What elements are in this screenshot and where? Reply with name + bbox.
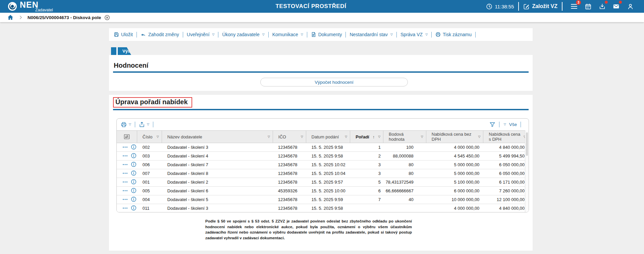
row-menu-button[interactable]: [122, 145, 128, 150]
filter-caret-icon[interactable]: ▽: [268, 135, 270, 138]
row-menu-button[interactable]: [122, 197, 128, 202]
cell-cena_s: 5 499 994,50: [483, 152, 529, 160]
filter-all-dropdown[interactable]: ▽ Vše: [503, 122, 517, 127]
row-menu-button[interactable]: [122, 153, 128, 158]
cell-ico: 12345678: [273, 178, 306, 186]
cell-poradi: [350, 204, 383, 212]
table-row: 005Dodavatel - školení 64535932615. 5. 2…: [117, 187, 529, 195]
filter-button[interactable]: [489, 122, 495, 128]
filter-caret-icon[interactable]: ▽: [478, 135, 480, 138]
column-header-select[interactable]: [117, 131, 137, 143]
create-vz-button[interactable]: Založit VZ: [523, 3, 557, 10]
toolbar-ulozit[interactable]: Uložit: [114, 32, 133, 37]
home-button[interactable]: [7, 14, 13, 20]
alert-dot: [605, 1, 608, 4]
column-header-cena_s[interactable]: Nabídková cena s DPH▽: [483, 131, 529, 143]
compute-evaluation-button[interactable]: Výpočet hodnocení: [260, 78, 408, 86]
toolbar-sprava-vz[interactable]: Správa VZ▽: [400, 32, 428, 37]
column-header-bodova[interactable]: Bodová hodnota▽: [383, 131, 426, 143]
toolbar-tisk-zaznamu[interactable]: Tisk záznamu: [435, 32, 472, 37]
row-menu-button[interactable]: [122, 180, 128, 185]
row-info-button[interactable]: [131, 196, 137, 203]
toolbar-separator: [431, 32, 432, 38]
sort-asc-icon: ↑: [373, 134, 375, 139]
cell-poradi: 3: [350, 169, 383, 178]
edit-icon: [523, 3, 530, 10]
filter-caret-icon[interactable]: ▽: [421, 135, 423, 138]
cell-ico: 45359326: [273, 187, 306, 195]
toolbar-separator: [307, 32, 307, 38]
cell-datum: 15. 5. 2025 10:04: [306, 169, 351, 178]
chevron-down-icon: ▽: [301, 33, 303, 36]
cell-datum: 15. 5. 2025 9:59: [306, 195, 351, 204]
cell-nazev: Dodavatel - školení 2: [162, 178, 273, 186]
row-menu-button[interactable]: [122, 206, 128, 211]
row-info-button[interactable]: [131, 162, 137, 168]
header-separator: [518, 2, 519, 11]
column-header-datum[interactable]: Datum podání▽: [306, 131, 351, 143]
calendar-button[interactable]: [584, 1, 592, 11]
ellipsis-icon: [122, 145, 128, 149]
row-info-button[interactable]: [131, 205, 137, 212]
cell-nazev: Dodavatel - školení 3: [162, 143, 273, 151]
column-header-cena_bez[interactable]: Nabídková cena bez DPH▽: [426, 131, 484, 143]
toolbar-komunikace[interactable]: Komunikace▽: [272, 32, 303, 37]
grid-body: 002Dodavatel - školení 31234567815. 5. 2…: [117, 143, 529, 212]
cell-poradi: 1: [350, 143, 383, 151]
menu-button[interactable]: 3: [570, 1, 578, 11]
toolbar-separator: [135, 122, 135, 127]
row-info-button[interactable]: [131, 179, 137, 186]
cell-datum: 15. 5. 2025 9:58: [306, 204, 351, 212]
row-menu-button[interactable]: [122, 162, 128, 167]
print-button[interactable]: ▽: [121, 122, 131, 128]
profile-button[interactable]: [626, 1, 635, 11]
column-header-ico[interactable]: IČO▽: [273, 131, 306, 143]
filter-caret-icon[interactable]: ▽: [157, 135, 159, 138]
cell-cena_bez: 5 000 000,00: [426, 161, 484, 169]
column-label: Číslo: [143, 134, 155, 139]
toolbar-nestandardni-stav[interactable]: Nestandardní stav▽: [350, 32, 393, 37]
column-header-poradi[interactable]: Pořadí↑▽: [350, 131, 383, 143]
downloads-button[interactable]: [598, 1, 606, 11]
row-info-button[interactable]: [131, 170, 137, 177]
column-settings-icon: [123, 134, 130, 140]
breadcrumb-item[interactable]: N006/25/V00004673 - Disková pole: [28, 15, 101, 20]
toolbar-uverejneni[interactable]: Uveřejnění▽: [187, 32, 215, 37]
column-header-nazev[interactable]: Název dodavatele▽: [162, 131, 273, 143]
cell-poradi: 5: [350, 178, 383, 186]
filter-caret-icon[interactable]: ▽: [345, 135, 347, 138]
toolbar-dokumenty[interactable]: Dokumenty: [311, 32, 342, 37]
row-info-button[interactable]: [131, 188, 137, 194]
row-info-button[interactable]: [131, 153, 137, 160]
mail-button[interactable]: [612, 1, 621, 11]
section-title: Hodnocení: [114, 62, 533, 69]
column-label: Nabídková cena s DPH: [489, 132, 522, 142]
export-button[interactable]: ▽: [139, 122, 149, 128]
vertical-scrollbar[interactable]: [525, 130, 529, 212]
section-rule: [113, 109, 529, 110]
close-tab-button[interactable]: [104, 15, 110, 20]
cell-poradi: 6: [350, 187, 383, 195]
download-icon: [599, 3, 605, 10]
cell-nazev: Dodavatel - školení 6: [162, 187, 273, 195]
toolbar-ukony-zadavatele[interactable]: Úkony zadavatele▽: [222, 32, 264, 37]
column-header-cislo[interactable]: Číslo▽: [137, 131, 162, 143]
table-row: 003Dodavatel - školení 41234567815. 5. 2…: [117, 152, 529, 161]
scrollbar-thumb[interactable]: [526, 132, 528, 156]
ellipsis-icon: [122, 198, 128, 201]
row-info-button[interactable]: [131, 144, 137, 151]
cell-poradi: 2: [350, 152, 383, 160]
cell-bodova: 88,000088: [383, 152, 426, 160]
row-menu-button[interactable]: [122, 188, 128, 193]
discard-icon: [141, 32, 146, 38]
cell-nazev: Dodavatel - školení 7: [162, 161, 273, 169]
filter-caret-icon[interactable]: ▽: [378, 135, 380, 138]
filter-caret-icon[interactable]: ▽: [301, 135, 303, 138]
row-menu-button[interactable]: [122, 171, 128, 176]
cell-cena_s: 12 100 000,00: [483, 195, 529, 204]
info-icon: [131, 170, 137, 176]
toolbar-zahodit-zmeny[interactable]: Zahodit změny: [141, 32, 179, 38]
card-toolbar: ▽ ▽: [117, 119, 529, 130]
cell-cislo: 007: [137, 169, 162, 178]
chevron-down-icon: ▽: [129, 123, 131, 126]
